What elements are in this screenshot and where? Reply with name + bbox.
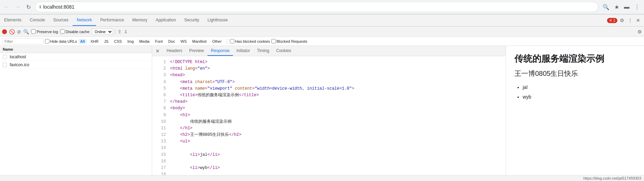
resp-tab-timing[interactable]: Timing	[253, 46, 273, 56]
code-line-11: 11 </h1>	[156, 125, 502, 132]
requests-panel: Name localhost favicon.ico	[0, 46, 152, 175]
request-item-favicon[interactable]: favicon.ico	[0, 61, 152, 69]
filter-xhr[interactable]: XHR	[88, 39, 101, 44]
throttle-select[interactable]: Online	[92, 29, 113, 35]
hide-data-urls-checkbox[interactable]	[45, 39, 49, 43]
resp-tab-cookies[interactable]: Cookies	[273, 46, 295, 56]
disable-cache-label[interactable]: Disable cache	[60, 29, 90, 34]
devtools-panel: Elements Console Sources Network Perform…	[0, 14, 644, 181]
has-blocked-cookies-checkbox[interactable]	[230, 39, 234, 43]
tab-performance[interactable]: Performance	[96, 15, 128, 26]
record-button[interactable]	[2, 29, 7, 34]
forward-button[interactable]: →	[14, 2, 22, 11]
request-item-localhost[interactable]: localhost	[0, 53, 152, 61]
filter-doc[interactable]: Doc	[166, 39, 178, 44]
filter-other[interactable]: Other	[210, 39, 224, 44]
code-line-10: 10 传统的服务端渲染示例	[156, 119, 502, 125]
preview-list-item-wyb: wyb	[523, 92, 636, 102]
search-button[interactable]: 🔍	[601, 2, 611, 12]
preview-list: jal wyb	[514, 82, 636, 102]
filter-media[interactable]: Media	[137, 39, 152, 44]
code-line-6: 6 <title>传统的服务端渲染示例</title>	[156, 92, 502, 99]
tab-console[interactable]: Console	[26, 15, 49, 26]
address-bar[interactable]: ℹ localhost:8081	[35, 2, 598, 12]
close-devtools-icon[interactable]: ✕	[635, 17, 641, 24]
settings-icon[interactable]: ⚙	[619, 17, 625, 24]
hide-data-urls-label[interactable]: Hide data URLs	[45, 39, 77, 43]
blocked-requests-label[interactable]: Blocked Requests	[271, 39, 307, 43]
preview-side-panel: 传统的服务端渲染示例 王一博0805生日快乐 jal wyb	[506, 46, 644, 175]
tab-network[interactable]: Network	[73, 15, 96, 26]
filter-manifest[interactable]: Manifest	[190, 39, 209, 44]
preview-list-item-jal: jal	[523, 82, 636, 92]
resp-tab-initiator[interactable]: Initiator	[233, 46, 253, 56]
tab-security[interactable]: Security	[180, 15, 203, 26]
tab-sources[interactable]: Sources	[49, 15, 73, 26]
blocked-requests-checkbox[interactable]	[271, 39, 276, 43]
filter-img[interactable]: Img	[125, 39, 136, 44]
network-settings-icon[interactable]: ⚙	[637, 29, 642, 34]
filter-divider	[227, 39, 227, 44]
preview-page-title: 传统的服务端渲染示例	[514, 53, 636, 65]
reload-button[interactable]: ↻	[25, 2, 32, 12]
code-line-5: 5 <meta name="viewport" content="width=d…	[156, 86, 502, 92]
filter-types: XHR JS CSS Img Media Font Doc WS Manifes…	[88, 39, 224, 44]
code-line-18: 18	[156, 171, 502, 175]
code-line-2: 2 <html lang="en">	[156, 66, 502, 72]
export-har-button[interactable]: ⇩	[124, 29, 128, 34]
code-line-16: 16	[156, 158, 502, 165]
tab-memory[interactable]: Memory	[128, 15, 151, 26]
devtools-topbar-right: ✕ 1 ⚙ ⋮ ✕	[607, 17, 644, 24]
bookmark-button[interactable]: ★	[613, 2, 620, 12]
preserve-log-label[interactable]: Preserve log	[31, 29, 58, 34]
filter-input[interactable]	[2, 38, 44, 44]
resp-tab-preview[interactable]: Preview	[186, 46, 207, 56]
response-tabs: ✕ Headers Preview Response Initiator Tim…	[152, 46, 506, 56]
extensions-button[interactable]: ▬	[623, 2, 631, 11]
status-bar: https://blog.csdn.net/jal517459303	[0, 175, 644, 181]
code-line-9: 9 <h1>	[156, 112, 502, 119]
code-line-12: 12 <h2>王一博0805生日快乐</h2>	[156, 132, 502, 138]
requests-list: localhost favicon.ico	[0, 53, 152, 175]
browser-chrome: ← → ↻ ℹ localhost:8081 🔍 ★ ▬ ⋮	[0, 0, 644, 14]
code-line-7: 7 </head>	[156, 99, 502, 105]
code-line-8: 8 <body>	[156, 105, 502, 112]
code-line-4: 4 <meta charset="UTF-8">	[156, 79, 502, 86]
preview-page-subtitle: 王一博0805生日快乐	[514, 69, 636, 78]
import-har-button[interactable]: ⇧	[118, 29, 122, 34]
status-url: https://blog.csdn.net/jal517459303	[583, 176, 641, 180]
code-line-17: 17 <li>wyb</li>	[156, 165, 502, 171]
filter-js[interactable]: JS	[102, 39, 111, 44]
chrome-menu-button[interactable]: ⋮	[633, 2, 641, 12]
response-panel: ✕ Headers Preview Response Initiator Tim…	[152, 46, 506, 175]
name-column-header: Name	[3, 47, 13, 51]
request-checkbox-favicon	[3, 63, 7, 67]
code-line-13: 13 <ul>	[156, 138, 502, 145]
devtools-main: Name localhost favicon.ico ✕ Headers Pre…	[0, 46, 644, 175]
code-line-14: 14	[156, 145, 502, 151]
all-filter-badge[interactable]: All	[78, 39, 87, 44]
toolbar-right: 🔍 ★ ▬ ⋮	[601, 2, 641, 12]
more-options-icon[interactable]: ⋮	[627, 17, 634, 24]
url-text: localhost:8081	[43, 4, 594, 10]
search-network-icon[interactable]: 🔍	[23, 29, 29, 34]
back-button[interactable]: ←	[3, 2, 11, 11]
filter-ws[interactable]: WS	[178, 39, 189, 44]
tab-lighthouse[interactable]: Lighthouse	[203, 15, 232, 26]
tab-application[interactable]: Application	[151, 15, 180, 26]
resp-tab-headers[interactable]: Headers	[163, 46, 186, 56]
filter-icon[interactable]: ⊘	[17, 29, 21, 34]
filter-font[interactable]: Font	[153, 39, 165, 44]
error-x-icon: ✕	[609, 18, 612, 23]
filter-css[interactable]: CSS	[112, 39, 124, 44]
clear-button[interactable]: 🚫	[9, 29, 15, 34]
has-blocked-cookies-label[interactable]: Has blocked cookies	[230, 39, 270, 43]
error-badge: ✕ 1	[607, 18, 617, 23]
disable-cache-checkbox[interactable]	[60, 29, 65, 34]
filter-bar: Hide data URLs All XHR JS CSS Img Media …	[0, 37, 644, 46]
tab-elements[interactable]: Elements	[0, 15, 26, 26]
resp-tab-response[interactable]: Response	[207, 46, 233, 56]
requests-header: Name	[0, 46, 152, 53]
preserve-log-checkbox[interactable]	[31, 29, 36, 34]
close-response-icon[interactable]: ✕	[155, 48, 160, 54]
